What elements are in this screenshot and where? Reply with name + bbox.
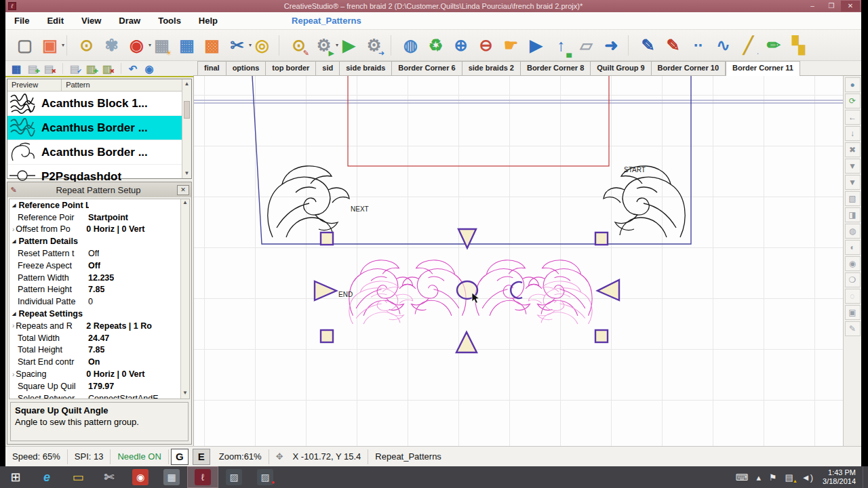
grid-fill-button[interactable]: ▩ [199, 33, 224, 58]
arrow-down-button[interactable]: ↓ [845, 126, 861, 141]
scroll-down-icon[interactable]: ▼ [182, 169, 191, 178]
tab-options[interactable]: options [226, 61, 267, 75]
menu-view[interactable]: View [73, 16, 110, 26]
globe-search-button[interactable]: ◍ [398, 33, 423, 58]
page-delete-button[interactable]: ▤✖ [41, 62, 57, 75]
box-3d-button[interactable]: ▱ [574, 33, 599, 58]
pan-ball-button[interactable]: ● [845, 77, 861, 92]
arrow-left-button[interactable]: ← [845, 110, 861, 125]
property-row[interactable]: Pattern Height7.85 [9, 284, 189, 296]
show-desktop-button[interactable] [863, 466, 868, 488]
taskbar-power-app[interactable]: ◉ [125, 466, 156, 488]
vehicle-button[interactable]: ❍ [845, 272, 861, 287]
menu-repeat-patterns[interactable]: Repeat_Patterns [292, 16, 361, 26]
line-tool-button[interactable]: ╱∙ [736, 33, 761, 58]
select-rect-button[interactable]: ▢ [12, 33, 37, 58]
maximize-button[interactable]: ❐ [822, 1, 841, 12]
upload-steps-button[interactable]: ↑▄ [549, 33, 574, 58]
property-row[interactable]: Spacing0 Horiz | 0 Vert [9, 368, 189, 380]
menu-tools[interactable]: Tools [149, 16, 190, 26]
thread-spool-button[interactable]: ⊙ [74, 33, 99, 58]
pen-red-button[interactable]: ✎ [660, 33, 686, 58]
refresh-region-button[interactable]: ♻ [423, 33, 448, 58]
zoom-out-button[interactable]: ⊖ [473, 33, 498, 58]
collapse-1-button[interactable]: ▼ [845, 159, 861, 174]
set-delete-button[interactable]: ▥✖ [99, 62, 115, 75]
taskbar-internet-explorer[interactable]: e [31, 466, 62, 488]
gears-run-button[interactable]: ⚙▶ [311, 33, 336, 58]
play-button[interactable]: ▶ [524, 33, 549, 58]
sphere-button[interactable]: ◍ [845, 224, 861, 239]
camera-button[interactable]: ▣ [845, 305, 861, 320]
collapse-2-button[interactable]: ▼ [845, 175, 861, 190]
swirl-button[interactable]: ◉ [845, 256, 861, 271]
list-item[interactable]: Acanthus Border ... [7, 140, 182, 165]
tab-side-braids-2[interactable]: side braids 2 [462, 61, 521, 75]
pattern-list-scrollbar[interactable]: ▲ ▼ [182, 79, 191, 178]
page-add-button[interactable]: ▤✚ [24, 62, 41, 75]
property-grid-scrollbar[interactable]: ▲ ▼ [180, 199, 189, 399]
taskbar-screen-recorder[interactable]: ▨● [250, 466, 281, 488]
column-preview[interactable]: Preview [7, 79, 42, 91]
stamp-button[interactable]: ◨ [845, 207, 861, 222]
node-pair-button[interactable]: ∙∙ [686, 33, 711, 58]
eraser-button[interactable]: ▧ [845, 191, 861, 206]
pen-tool-button[interactable]: ✎ [845, 321, 861, 336]
scroll-up-icon[interactable]: ▲ [182, 79, 191, 89]
network-icon[interactable]: ▤▲ [781, 472, 797, 483]
property-row[interactable]: Repeats and R2 Repeats | 1 Ro [9, 320, 189, 332]
zoom-in-button[interactable]: ⊕ [448, 33, 473, 58]
scroll-down-icon[interactable]: ▼ [181, 390, 189, 399]
list-item-selected[interactable]: Acanthus Border ... [7, 116, 182, 140]
tab-side-braids[interactable]: side braids [340, 61, 392, 75]
tab-sid[interactable]: sid [316, 61, 340, 75]
close-button[interactable]: ✕ [841, 1, 860, 12]
g-button[interactable]: G [171, 449, 189, 465]
minimize-button[interactable]: – [803, 1, 822, 12]
grid-select-button[interactable]: ▦ [174, 33, 199, 58]
tab-border-corner-11[interactable]: Border Corner 11 [726, 61, 800, 76]
taskbar-clock[interactable]: 1:43 PM 3/18/2014 [817, 468, 863, 486]
group-row[interactable]: Reference Point Location [9, 199, 189, 211]
volume-icon[interactable]: ◄) [797, 472, 817, 483]
scrollbar-thumb[interactable] [184, 101, 190, 119]
property-row[interactable]: Reference PoirStartpoint [9, 211, 189, 224]
dotted-circle-button[interactable]: ◌ [845, 289, 861, 304]
hidden-icons-chevron[interactable]: ▴ [752, 472, 765, 483]
menu-draw[interactable]: Draw [110, 16, 149, 26]
refresh-button[interactable]: ⟳ [845, 94, 861, 108]
action-center-flag-icon[interactable]: ⚑ [765, 472, 781, 483]
pen-blue-button[interactable]: ✎ [635, 33, 660, 58]
spool-edit-button[interactable]: ⊙✎ [286, 33, 311, 58]
curve-tool-button[interactable]: ∿ [711, 33, 736, 58]
menu-edit[interactable]: Edit [38, 16, 73, 26]
taskbar-file-explorer[interactable]: ▭ [62, 466, 94, 488]
property-row[interactable]: Reset Pattern tOff [9, 247, 189, 260]
tab-border-corner-10[interactable]: Border Corner 10 [652, 61, 726, 75]
start-button[interactable]: ⊞ [0, 466, 31, 488]
property-row[interactable]: Pattern Width12.235 [9, 272, 189, 284]
property-row[interactable]: Offset from Po0 Horiz | 0 Vert [9, 224, 189, 236]
measuring-tape-button[interactable]: ◎ [250, 33, 275, 58]
group-row[interactable]: Repeat Settings [9, 308, 189, 320]
gear-export-button[interactable]: ⚙➜ [361, 33, 387, 58]
arrow-right-button[interactable]: ➜ [599, 33, 624, 58]
menu-file[interactable]: File [5, 16, 38, 26]
list-item[interactable]: Acanthus Block 1... [7, 92, 182, 116]
e-button[interactable]: E [193, 449, 210, 465]
tab-final[interactable]: final [197, 61, 226, 75]
design-canvas[interactable]: NEXT START END [193, 76, 843, 446]
page-check-button[interactable]: ▤✔ [66, 62, 83, 75]
run-button[interactable]: ▶ [336, 33, 361, 58]
taskbar-calculator[interactable]: ▦ [156, 466, 187, 488]
column-pattern[interactable]: Pattern [61, 79, 94, 91]
property-row[interactable]: Start End contrOn [9, 356, 189, 368]
taskbar-creativestudio[interactable]: ℓ [187, 466, 218, 488]
set-add-button[interactable]: ▥✚ [83, 62, 99, 75]
eye-button[interactable]: ◐ [845, 240, 861, 255]
touch-keyboard-icon[interactable]: ⌨ [732, 472, 753, 483]
pattern-scroll-button[interactable]: ✾ [99, 33, 124, 58]
bullseye-button[interactable]: ◉ [124, 33, 149, 58]
pointer-hand-button[interactable]: ☛ [498, 33, 524, 58]
scroll-up-icon[interactable]: ▲ [182, 199, 188, 205]
